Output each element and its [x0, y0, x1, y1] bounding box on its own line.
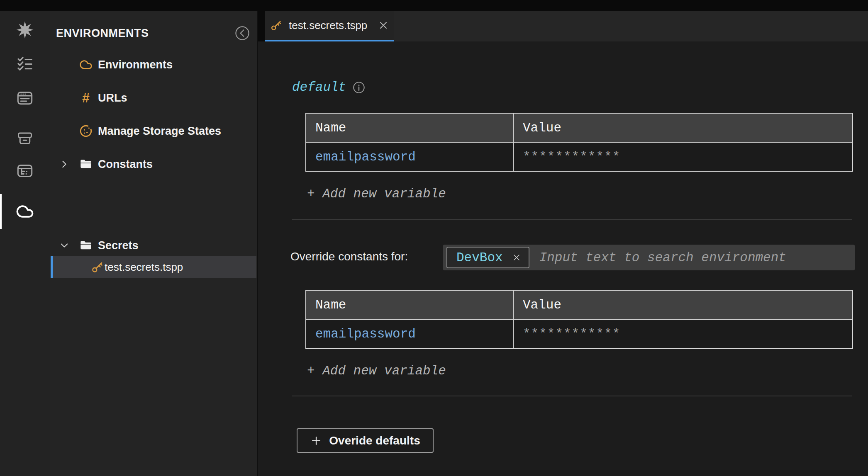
override-variables-table: Name Value emailpassword ************ [305, 290, 853, 349]
cookie-icon [79, 124, 93, 138]
key-icon [90, 260, 105, 274]
sidebar-item-label: Constants [98, 158, 153, 171]
remove-environment-tag-icon[interactable] [511, 252, 522, 263]
variable-name-cell[interactable]: emailpassword [306, 142, 513, 171]
environments-sidebar: ENVIRONMENTS Environments # URLs [50, 11, 257, 476]
sidebar-title: ENVIRONMENTS [56, 27, 149, 40]
variable-value-cell[interactable]: ************ [513, 142, 853, 171]
activity-bar [0, 11, 50, 476]
collapse-sidebar-button[interactable] [234, 25, 251, 41]
add-new-variable-button[interactable]: + Add new variable [307, 187, 446, 201]
cloud-icon[interactable] [16, 202, 34, 221]
override-defaults-label: Overide defaults [329, 434, 420, 447]
selection-indicator [51, 256, 53, 278]
tab-strip-gap [258, 11, 265, 41]
section-divider [292, 396, 852, 396]
storage-box-icon[interactable] [16, 129, 34, 148]
default-heading-text: default [292, 80, 346, 95]
window-top-strip [0, 0, 868, 11]
default-variables-table: Name Value emailpassword ************ [305, 113, 853, 172]
chevron-down-icon [59, 240, 70, 251]
tab-strip: test.secrets.tspp [258, 11, 868, 41]
secrets-editor: default Name Value emailpassword *******… [258, 41, 868, 476]
sidebar-item-test-secrets-file[interactable]: test.secrets.tspp [51, 256, 256, 278]
sidebar-item-manage-storage-states[interactable]: Manage Storage States [50, 120, 257, 142]
sidebar-item-environments[interactable]: Environments [50, 53, 257, 76]
tab-label: test.secrets.tspp [289, 19, 367, 32]
sidebar-item-secrets[interactable]: Secrets [50, 234, 257, 257]
add-new-variable-button[interactable]: + Add new variable [307, 364, 446, 378]
section-divider [292, 219, 852, 220]
folder-icon [79, 238, 93, 253]
table-header-row: Name Value [306, 290, 853, 319]
name-column-header: Name [306, 113, 513, 142]
close-tab-icon[interactable] [377, 19, 390, 32]
sidebar-item-label: URLs [98, 92, 127, 104]
browser-window-icon[interactable] [16, 89, 34, 107]
override-constants-row: Override constants for: DevBox [290, 245, 855, 270]
test-checklist-icon[interactable] [16, 55, 34, 73]
environment-tag-devbox[interactable]: DevBox [446, 247, 529, 268]
environment-search-input[interactable] [539, 250, 849, 265]
cloud-icon [79, 58, 93, 72]
sidebar-item-label: Environments [98, 58, 173, 71]
override-defaults-button[interactable]: Overide defaults [297, 428, 434, 453]
sidebar-item-urls[interactable]: # URLs [50, 87, 257, 109]
sidebar-item-label: Manage Storage States [98, 125, 221, 138]
chevron-right-icon [59, 159, 70, 170]
override-constants-label: Override constants for: [290, 250, 408, 263]
value-column-header: Value [513, 113, 853, 142]
table-header-row: Name Value [306, 113, 853, 142]
key-icon [270, 19, 283, 32]
sidebar-header: ENVIRONMENTS [50, 21, 257, 46]
variable-value-cell[interactable]: ************ [513, 319, 853, 348]
default-section-heading: default [292, 80, 365, 95]
sidebar-item-constants[interactable]: Constants [50, 153, 257, 175]
request-card-icon[interactable] [16, 162, 34, 180]
sidebar-item-label: Secrets [98, 239, 139, 252]
variable-name-cell[interactable]: emailpassword [306, 319, 513, 348]
app-logo-icon[interactable] [16, 21, 34, 39]
environment-search-input-wrapper[interactable]: DevBox [443, 245, 855, 270]
table-row: emailpassword ************ [306, 319, 853, 348]
tab-test-secrets-tspp[interactable]: test.secrets.tspp [265, 11, 394, 41]
name-column-header: Name [306, 290, 513, 319]
plus-icon [310, 435, 322, 447]
hash-icon: # [79, 91, 93, 105]
selected-file-label: test.secrets.tspp [105, 261, 183, 274]
info-icon[interactable] [353, 81, 365, 94]
table-row: emailpassword ************ [306, 142, 853, 171]
folder-icon [79, 157, 93, 171]
main-area: test.secrets.tspp default Name Value [257, 11, 868, 476]
environment-tag-label: DevBox [456, 250, 503, 265]
active-view-indicator [0, 194, 2, 229]
value-column-header: Value [513, 290, 853, 319]
